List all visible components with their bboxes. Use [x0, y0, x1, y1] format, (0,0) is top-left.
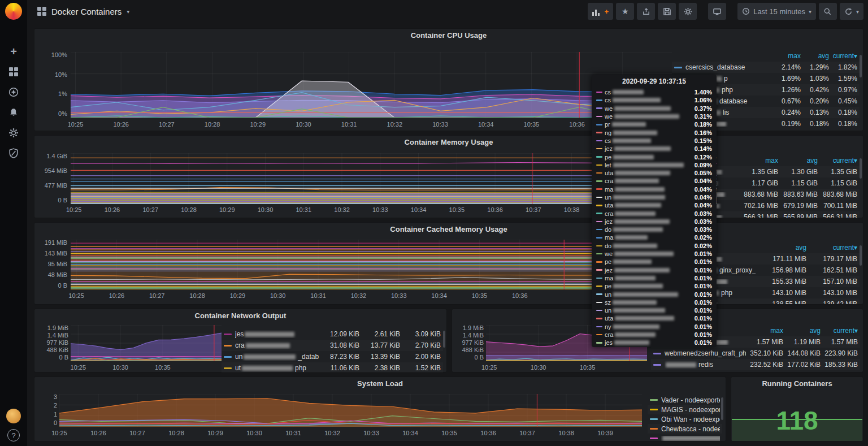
legend-sort-current[interactable]: current▾ — [818, 157, 857, 164]
series-value: 679.19 MiB — [778, 202, 818, 210]
monitor-icon — [713, 7, 722, 16]
legend-scrollbar[interactable] — [860, 55, 862, 77]
legend-row[interactable]: csercsics_database2.14%1.29%1.82% — [672, 62, 860, 73]
y-tick-label: 488 KiB — [46, 347, 68, 353]
legend-row[interactable]: un_database87.23 KiB13.39 KiB2.00 KiB — [222, 351, 443, 362]
sidebar-item-alerting[interactable] — [0, 102, 27, 123]
legend-sort-current[interactable]: current▾ — [821, 327, 858, 335]
tooltip-row: ny0.01% — [596, 323, 712, 331]
tooltip-row: cra0.03% — [596, 209, 712, 217]
x-tick-label: 10:32 — [351, 292, 367, 299]
tooltip-row: we0.37% — [596, 105, 712, 112]
sidebar-item-explore[interactable] — [0, 82, 27, 102]
y-tick-label: 0 B — [474, 354, 484, 361]
cycle-view-mode-button[interactable] — [708, 3, 726, 20]
redacted-text — [246, 343, 290, 348]
legend-row[interactable]: Vader - nodeexporter — [648, 395, 722, 405]
x-tick-label: 10:26 — [109, 292, 125, 299]
legend-scrollbar[interactable] — [860, 245, 862, 266]
panel-title[interactable]: System Load — [34, 377, 726, 389]
legend-row[interactable]: redis232.52 KiB177.02 KiB185.33 KiB — [651, 359, 860, 370]
panel-title[interactable]: Container Cached Memory Usage — [34, 223, 863, 235]
series-name-prefix: jez — [605, 267, 613, 274]
dashboard-settings-button[interactable] — [679, 3, 697, 20]
legend-row[interactable]: cra31.08 KiB13.77 KiB2.70 KiB — [222, 340, 443, 351]
series-color-dash — [596, 156, 602, 158]
add-panel-button[interactable]: + — [588, 3, 614, 20]
series-name-prefix: we — [605, 250, 613, 257]
sidebar-item-dashboards[interactable] — [0, 62, 27, 82]
series-name-prefix: cra — [605, 331, 613, 338]
tooltip-row: do0.03% — [596, 226, 712, 233]
sidebar-item-configuration[interactable] — [0, 123, 27, 143]
series-color-dash — [596, 318, 602, 319]
legend-sort-current[interactable]: current▾ — [829, 52, 857, 60]
zoom-out-time-button[interactable] — [819, 3, 837, 20]
series-value: 0.01% — [695, 283, 712, 289]
x-tick-label: 10:31 — [341, 121, 357, 128]
series-value: 143.10 MiB — [806, 289, 857, 297]
legend-sort-max[interactable]: max — [739, 157, 778, 164]
panel-title[interactable]: Running Containers — [731, 377, 863, 389]
series-value: 157.10 MiB — [806, 278, 857, 285]
series-value: 13.77 KiB — [359, 341, 400, 349]
series-value: 3.09 KiB — [400, 330, 441, 338]
legend-row[interactable] — [648, 434, 722, 442]
legend-row[interactable]: Obi Wan - nodeexporter — [648, 414, 722, 424]
legend-sort-max[interactable]: max — [772, 52, 801, 60]
x-tick-label: 10:37 — [526, 206, 541, 213]
series-name: redis — [665, 361, 746, 369]
legend-scrollbar[interactable] — [721, 397, 723, 420]
sidebar-item-create[interactable]: + — [0, 41, 27, 62]
legend-sort-max[interactable]: max — [746, 327, 783, 335]
legend-scrollbar[interactable] — [443, 331, 445, 348]
series-name — [661, 436, 720, 441]
panel-title[interactable]: Container CPU Usage — [34, 29, 863, 41]
dashboard-title-button[interactable]: Docker Containers ▾ — [37, 7, 129, 16]
sidebar-item-server-admin[interactable] — [0, 143, 27, 163]
system-load-chart-plot[interactable] — [59, 394, 642, 427]
series-value: 0.24% — [772, 109, 801, 116]
series-name-prefix: do — [605, 243, 611, 249]
legend-row[interactable]: jes12.09 KiB2.61 KiB3.09 KiB — [222, 328, 443, 340]
series-name-prefix: ny — [605, 323, 611, 330]
x-tick-label: 10:36 — [487, 206, 503, 213]
series-color-dash — [653, 364, 661, 366]
y-tick-label: 2 — [54, 402, 57, 409]
legend-sort-avg[interactable]: avg — [801, 52, 829, 60]
x-tick-label: 10:38 — [564, 206, 580, 213]
x-tick-label: 10:27 — [129, 430, 145, 436]
series-value: 0.97% — [829, 86, 857, 94]
series-value: 0.03% — [695, 218, 712, 225]
cpu-chart-plot[interactable] — [71, 52, 672, 118]
cached-chart-plot[interactable] — [71, 240, 639, 289]
legend-scrollbar[interactable] — [860, 158, 862, 179]
legend-row[interactable]: utphp11.06 KiB2.38 KiB1.52 KiB — [222, 362, 443, 373]
panel-title[interactable]: Container Memory Usage — [34, 136, 863, 148]
legend-row[interactable]: MAGIS - nodeexporter — [648, 405, 722, 414]
panel-container-system-load: System Load 3210 10:2510:2610:2710:2810:… — [34, 376, 726, 441]
legend-sort-avg[interactable]: avg — [756, 244, 806, 252]
legend-sort-current[interactable]: current▾ — [806, 244, 857, 252]
refresh-button[interactable]: ▾ — [840, 3, 863, 20]
share-dashboard-button[interactable] — [637, 3, 655, 20]
series-value: 0.16% — [695, 129, 712, 136]
legend-sort-avg[interactable]: avg — [783, 327, 821, 335]
legend-sort-avg[interactable]: avg — [778, 157, 818, 164]
series-value: 223.90 KiB — [821, 349, 858, 357]
network-output-chart-plot[interactable] — [71, 325, 222, 361]
x-tick-label: 10:30 — [531, 364, 546, 371]
panel-title[interactable]: Container Network Output — [34, 309, 446, 322]
mark-favorite-button[interactable]: ★ — [616, 3, 634, 20]
help-icon[interactable]: ? — [7, 429, 20, 441]
user-avatar[interactable] — [6, 409, 21, 423]
series-value: 185.33 KiB — [821, 361, 858, 369]
tooltip-row: un0.04% — [596, 193, 712, 201]
legend-row[interactable]: Chewbacca - nodeexporter — [648, 424, 722, 434]
legend-row[interactable]: webmenedzserhu_craft_php352.10 KiB144.08… — [651, 348, 860, 359]
x-tick-label: 10:33 — [363, 430, 379, 436]
grafana-logo-icon[interactable] — [5, 3, 22, 20]
series-value: 0.05% — [695, 170, 712, 176]
time-range-picker[interactable]: Last 15 minutes ▾ — [737, 3, 816, 20]
save-dashboard-button[interactable] — [658, 3, 676, 20]
